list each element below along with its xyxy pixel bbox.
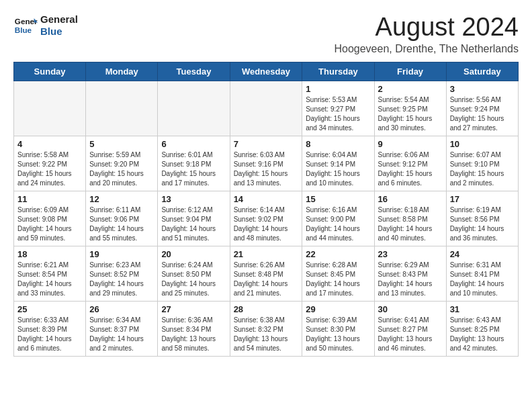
day-detail: Sunrise: 6:29 AMSunset: 8:43 PMDaylight:… — [378, 261, 433, 297]
day-detail: Sunrise: 6:38 AMSunset: 8:32 PMDaylight:… — [234, 316, 288, 352]
day-detail: Sunrise: 6:36 AMSunset: 8:34 PMDaylight:… — [161, 316, 216, 352]
calendar-cell: 26 Sunrise: 6:34 AMSunset: 8:37 PMDaylig… — [86, 301, 158, 356]
calendar-cell — [230, 81, 302, 136]
day-detail: Sunrise: 5:56 AMSunset: 9:24 PMDaylight:… — [450, 96, 504, 132]
day-number: 2 — [378, 84, 443, 94]
calendar-week-row: 1 Sunrise: 5:53 AMSunset: 9:27 PMDayligh… — [14, 81, 519, 136]
title-block: August 2024 Hoogeveen, Drenthe, The Neth… — [334, 13, 519, 55]
day-detail: Sunrise: 5:53 AMSunset: 9:27 PMDaylight:… — [306, 96, 360, 132]
day-detail: Sunrise: 6:11 AMSunset: 9:06 PMDaylight:… — [89, 206, 144, 242]
day-number: 27 — [161, 304, 226, 314]
svg-text:Blue: Blue — [15, 26, 32, 34]
calendar-cell: 22 Sunrise: 6:28 AMSunset: 8:45 PMDaylig… — [302, 246, 374, 301]
calendar-cell — [14, 81, 86, 136]
calendar-table: SundayMondayTuesdayWednesdayThursdayFrid… — [13, 62, 519, 357]
day-number: 21 — [234, 249, 299, 259]
logo-icon: General Blue — [13, 13, 38, 38]
weekday-header-tuesday: Tuesday — [158, 62, 230, 81]
day-number: 16 — [378, 194, 443, 204]
day-detail: Sunrise: 6:19 AMSunset: 8:56 PMDaylight:… — [450, 206, 504, 242]
day-number: 1 — [306, 84, 370, 94]
calendar-cell: 30 Sunrise: 6:41 AMSunset: 8:27 PMDaylig… — [374, 301, 446, 356]
calendar-cell: 19 Sunrise: 6:23 AMSunset: 8:52 PMDaylig… — [86, 246, 158, 301]
day-number: 31 — [450, 304, 515, 314]
weekday-header-friday: Friday — [374, 62, 446, 81]
day-detail: Sunrise: 6:01 AMSunset: 9:18 PMDaylight:… — [161, 151, 216, 187]
page-header: General Blue General Blue August 2024 Ho… — [13, 13, 519, 55]
day-number: 25 — [17, 304, 82, 314]
day-detail: Sunrise: 6:04 AMSunset: 9:14 PMDaylight:… — [306, 151, 360, 187]
day-detail: Sunrise: 6:24 AMSunset: 8:50 PMDaylight:… — [161, 261, 216, 297]
day-detail: Sunrise: 6:07 AMSunset: 9:10 PMDaylight:… — [450, 151, 504, 187]
calendar-week-row: 11 Sunrise: 6:09 AMSunset: 9:08 PMDaylig… — [14, 191, 519, 246]
calendar-week-row: 18 Sunrise: 6:21 AMSunset: 8:54 PMDaylig… — [14, 246, 519, 301]
day-number: 11 — [17, 194, 82, 204]
day-detail: Sunrise: 5:54 AMSunset: 9:25 PMDaylight:… — [378, 96, 433, 132]
day-detail: Sunrise: 5:59 AMSunset: 9:20 PMDaylight:… — [89, 151, 144, 187]
calendar-cell: 1 Sunrise: 5:53 AMSunset: 9:27 PMDayligh… — [302, 81, 374, 136]
calendar-cell: 24 Sunrise: 6:31 AMSunset: 8:41 PMDaylig… — [446, 246, 518, 301]
calendar-cell: 29 Sunrise: 6:39 AMSunset: 8:30 PMDaylig… — [302, 301, 374, 356]
day-number: 19 — [89, 249, 154, 259]
day-number: 17 — [450, 194, 515, 204]
calendar-cell: 25 Sunrise: 6:33 AMSunset: 8:39 PMDaylig… — [14, 301, 86, 356]
day-detail: Sunrise: 6:26 AMSunset: 8:48 PMDaylight:… — [234, 261, 288, 297]
calendar-cell: 17 Sunrise: 6:19 AMSunset: 8:56 PMDaylig… — [446, 191, 518, 246]
day-detail: Sunrise: 6:33 AMSunset: 8:39 PMDaylight:… — [17, 316, 72, 352]
day-number: 3 — [450, 84, 515, 94]
location: Hoogeveen, Drenthe, The Netherlands — [334, 43, 519, 55]
day-detail: Sunrise: 6:12 AMSunset: 9:04 PMDaylight:… — [161, 206, 216, 242]
calendar-cell: 14 Sunrise: 6:14 AMSunset: 9:02 PMDaylig… — [230, 191, 302, 246]
calendar-cell: 21 Sunrise: 6:26 AMSunset: 8:48 PMDaylig… — [230, 246, 302, 301]
day-number: 26 — [89, 304, 154, 314]
day-number: 15 — [306, 194, 370, 204]
day-number: 12 — [89, 194, 154, 204]
calendar-cell: 9 Sunrise: 6:06 AMSunset: 9:12 PMDayligh… — [374, 136, 446, 191]
calendar-cell: 15 Sunrise: 6:16 AMSunset: 9:00 PMDaylig… — [302, 191, 374, 246]
calendar-cell: 18 Sunrise: 6:21 AMSunset: 8:54 PMDaylig… — [14, 246, 86, 301]
calendar-cell: 23 Sunrise: 6:29 AMSunset: 8:43 PMDaylig… — [374, 246, 446, 301]
day-detail: Sunrise: 6:28 AMSunset: 8:45 PMDaylight:… — [306, 261, 360, 297]
month-year: August 2024 — [334, 13, 519, 42]
day-number: 18 — [17, 249, 82, 259]
calendar-week-row: 25 Sunrise: 6:33 AMSunset: 8:39 PMDaylig… — [14, 301, 519, 356]
day-detail: Sunrise: 6:31 AMSunset: 8:41 PMDaylight:… — [450, 261, 504, 297]
day-number: 28 — [234, 304, 299, 314]
day-detail: Sunrise: 6:16 AMSunset: 9:00 PMDaylight:… — [306, 206, 360, 242]
day-number: 20 — [161, 249, 226, 259]
day-detail: Sunrise: 6:21 AMSunset: 8:54 PMDaylight:… — [17, 261, 72, 297]
day-detail: Sunrise: 6:03 AMSunset: 9:16 PMDaylight:… — [234, 151, 288, 187]
weekday-header-wednesday: Wednesday — [230, 62, 302, 81]
calendar-cell: 11 Sunrise: 6:09 AMSunset: 9:08 PMDaylig… — [14, 191, 86, 246]
weekday-header-saturday: Saturday — [446, 62, 518, 81]
calendar-cell — [158, 81, 230, 136]
weekday-header-sunday: Sunday — [14, 62, 86, 81]
calendar-cell: 3 Sunrise: 5:56 AMSunset: 9:24 PMDayligh… — [446, 81, 518, 136]
day-number: 10 — [450, 139, 515, 149]
calendar-week-row: 4 Sunrise: 5:58 AMSunset: 9:22 PMDayligh… — [14, 136, 519, 191]
calendar-cell: 28 Sunrise: 6:38 AMSunset: 8:32 PMDaylig… — [230, 301, 302, 356]
day-number: 14 — [234, 194, 299, 204]
weekday-header-row: SundayMondayTuesdayWednesdayThursdayFrid… — [14, 62, 519, 81]
calendar-cell: 31 Sunrise: 6:43 AMSunset: 8:25 PMDaylig… — [446, 301, 518, 356]
day-detail: Sunrise: 6:09 AMSunset: 9:08 PMDaylight:… — [17, 206, 72, 242]
day-number: 22 — [306, 249, 370, 259]
calendar-cell: 5 Sunrise: 5:59 AMSunset: 9:20 PMDayligh… — [86, 136, 158, 191]
day-detail: Sunrise: 6:41 AMSunset: 8:27 PMDaylight:… — [378, 316, 433, 352]
calendar-cell: 16 Sunrise: 6:18 AMSunset: 8:58 PMDaylig… — [374, 191, 446, 246]
day-detail: Sunrise: 6:34 AMSunset: 8:37 PMDaylight:… — [89, 316, 144, 352]
day-detail: Sunrise: 6:14 AMSunset: 9:02 PMDaylight:… — [234, 206, 288, 242]
day-number: 9 — [378, 139, 443, 149]
calendar-cell: 6 Sunrise: 6:01 AMSunset: 9:18 PMDayligh… — [158, 136, 230, 191]
day-number: 29 — [306, 304, 370, 314]
day-number: 8 — [306, 139, 370, 149]
day-number: 23 — [378, 249, 443, 259]
day-number: 7 — [234, 139, 299, 149]
day-detail: Sunrise: 6:43 AMSunset: 8:25 PMDaylight:… — [450, 316, 504, 352]
day-number: 30 — [378, 304, 443, 314]
logo-general: General — [40, 13, 78, 26]
calendar-cell: 27 Sunrise: 6:36 AMSunset: 8:34 PMDaylig… — [158, 301, 230, 356]
logo-blue: Blue — [40, 26, 78, 38]
calendar-cell: 2 Sunrise: 5:54 AMSunset: 9:25 PMDayligh… — [374, 81, 446, 136]
logo: General Blue General Blue — [13, 13, 78, 38]
